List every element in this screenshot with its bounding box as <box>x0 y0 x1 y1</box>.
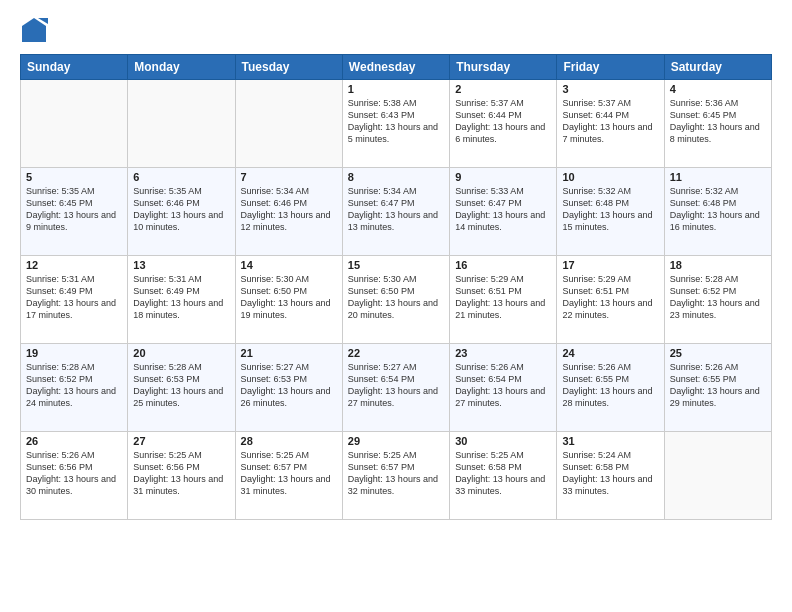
day-info: Sunrise: 5:26 AMSunset: 6:54 PMDaylight:… <box>455 361 551 410</box>
day-number: 2 <box>455 83 551 95</box>
day-number: 18 <box>670 259 766 271</box>
day-number: 6 <box>133 171 229 183</box>
day-number: 7 <box>241 171 337 183</box>
day-info: Sunrise: 5:33 AMSunset: 6:47 PMDaylight:… <box>455 185 551 234</box>
header <box>0 0 792 54</box>
day-number: 13 <box>133 259 229 271</box>
day-number: 25 <box>670 347 766 359</box>
day-info: Sunrise: 5:34 AMSunset: 6:46 PMDaylight:… <box>241 185 337 234</box>
header-tuesday: Tuesday <box>235 55 342 80</box>
calendar-day-cell <box>128 80 235 168</box>
day-info: Sunrise: 5:35 AMSunset: 6:46 PMDaylight:… <box>133 185 229 234</box>
day-number: 29 <box>348 435 444 447</box>
day-number: 15 <box>348 259 444 271</box>
calendar-day-cell: 23 Sunrise: 5:26 AMSunset: 6:54 PMDaylig… <box>450 344 557 432</box>
calendar-day-cell: 30 Sunrise: 5:25 AMSunset: 6:58 PMDaylig… <box>450 432 557 520</box>
day-info: Sunrise: 5:37 AMSunset: 6:44 PMDaylight:… <box>562 97 658 146</box>
day-number: 9 <box>455 171 551 183</box>
day-info: Sunrise: 5:25 AMSunset: 6:57 PMDaylight:… <box>348 449 444 498</box>
header-friday: Friday <box>557 55 664 80</box>
calendar-day-cell: 12 Sunrise: 5:31 AMSunset: 6:49 PMDaylig… <box>21 256 128 344</box>
calendar-table: Sunday Monday Tuesday Wednesday Thursday… <box>20 54 772 520</box>
calendar-day-cell: 1 Sunrise: 5:38 AMSunset: 6:43 PMDayligh… <box>342 80 449 168</box>
calendar-week-row: 19 Sunrise: 5:28 AMSunset: 6:52 PMDaylig… <box>21 344 772 432</box>
day-number: 3 <box>562 83 658 95</box>
calendar-day-cell <box>664 432 771 520</box>
calendar-day-cell <box>21 80 128 168</box>
day-number: 8 <box>348 171 444 183</box>
day-info: Sunrise: 5:28 AMSunset: 6:52 PMDaylight:… <box>26 361 122 410</box>
day-info: Sunrise: 5:37 AMSunset: 6:44 PMDaylight:… <box>455 97 551 146</box>
calendar-day-cell: 28 Sunrise: 5:25 AMSunset: 6:57 PMDaylig… <box>235 432 342 520</box>
day-info: Sunrise: 5:25 AMSunset: 6:56 PMDaylight:… <box>133 449 229 498</box>
day-info: Sunrise: 5:28 AMSunset: 6:53 PMDaylight:… <box>133 361 229 410</box>
day-info: Sunrise: 5:29 AMSunset: 6:51 PMDaylight:… <box>455 273 551 322</box>
day-number: 27 <box>133 435 229 447</box>
calendar-week-row: 5 Sunrise: 5:35 AMSunset: 6:45 PMDayligh… <box>21 168 772 256</box>
calendar-day-cell: 18 Sunrise: 5:28 AMSunset: 6:52 PMDaylig… <box>664 256 771 344</box>
calendar-day-cell: 4 Sunrise: 5:36 AMSunset: 6:45 PMDayligh… <box>664 80 771 168</box>
svg-marker-0 <box>22 18 46 42</box>
calendar-day-cell: 17 Sunrise: 5:29 AMSunset: 6:51 PMDaylig… <box>557 256 664 344</box>
day-info: Sunrise: 5:30 AMSunset: 6:50 PMDaylight:… <box>241 273 337 322</box>
calendar-day-cell <box>235 80 342 168</box>
day-info: Sunrise: 5:28 AMSunset: 6:52 PMDaylight:… <box>670 273 766 322</box>
day-info: Sunrise: 5:27 AMSunset: 6:53 PMDaylight:… <box>241 361 337 410</box>
day-info: Sunrise: 5:24 AMSunset: 6:58 PMDaylight:… <box>562 449 658 498</box>
calendar-day-cell: 21 Sunrise: 5:27 AMSunset: 6:53 PMDaylig… <box>235 344 342 432</box>
calendar-day-cell: 7 Sunrise: 5:34 AMSunset: 6:46 PMDayligh… <box>235 168 342 256</box>
day-number: 20 <box>133 347 229 359</box>
day-number: 12 <box>26 259 122 271</box>
day-number: 28 <box>241 435 337 447</box>
calendar-day-cell: 25 Sunrise: 5:26 AMSunset: 6:55 PMDaylig… <box>664 344 771 432</box>
calendar-day-cell: 16 Sunrise: 5:29 AMSunset: 6:51 PMDaylig… <box>450 256 557 344</box>
day-number: 21 <box>241 347 337 359</box>
day-number: 10 <box>562 171 658 183</box>
day-number: 5 <box>26 171 122 183</box>
calendar-day-cell: 31 Sunrise: 5:24 AMSunset: 6:58 PMDaylig… <box>557 432 664 520</box>
calendar-day-cell: 13 Sunrise: 5:31 AMSunset: 6:49 PMDaylig… <box>128 256 235 344</box>
day-info: Sunrise: 5:29 AMSunset: 6:51 PMDaylight:… <box>562 273 658 322</box>
day-info: Sunrise: 5:25 AMSunset: 6:58 PMDaylight:… <box>455 449 551 498</box>
day-info: Sunrise: 5:26 AMSunset: 6:55 PMDaylight:… <box>670 361 766 410</box>
calendar-day-cell: 14 Sunrise: 5:30 AMSunset: 6:50 PMDaylig… <box>235 256 342 344</box>
day-number: 11 <box>670 171 766 183</box>
day-number: 14 <box>241 259 337 271</box>
day-number: 31 <box>562 435 658 447</box>
calendar-day-cell: 19 Sunrise: 5:28 AMSunset: 6:52 PMDaylig… <box>21 344 128 432</box>
calendar-day-cell: 24 Sunrise: 5:26 AMSunset: 6:55 PMDaylig… <box>557 344 664 432</box>
header-monday: Monday <box>128 55 235 80</box>
calendar-day-cell: 26 Sunrise: 5:26 AMSunset: 6:56 PMDaylig… <box>21 432 128 520</box>
calendar-day-cell: 6 Sunrise: 5:35 AMSunset: 6:46 PMDayligh… <box>128 168 235 256</box>
logo <box>18 14 54 46</box>
calendar-day-cell: 27 Sunrise: 5:25 AMSunset: 6:56 PMDaylig… <box>128 432 235 520</box>
header-thursday: Thursday <box>450 55 557 80</box>
day-number: 30 <box>455 435 551 447</box>
calendar-day-cell: 15 Sunrise: 5:30 AMSunset: 6:50 PMDaylig… <box>342 256 449 344</box>
calendar-day-cell: 22 Sunrise: 5:27 AMSunset: 6:54 PMDaylig… <box>342 344 449 432</box>
day-number: 26 <box>26 435 122 447</box>
day-number: 17 <box>562 259 658 271</box>
day-number: 16 <box>455 259 551 271</box>
weekday-header-row: Sunday Monday Tuesday Wednesday Thursday… <box>21 55 772 80</box>
header-sunday: Sunday <box>21 55 128 80</box>
calendar-day-cell: 11 Sunrise: 5:32 AMSunset: 6:48 PMDaylig… <box>664 168 771 256</box>
day-number: 22 <box>348 347 444 359</box>
calendar-week-row: 1 Sunrise: 5:38 AMSunset: 6:43 PMDayligh… <box>21 80 772 168</box>
day-info: Sunrise: 5:31 AMSunset: 6:49 PMDaylight:… <box>26 273 122 322</box>
day-number: 19 <box>26 347 122 359</box>
day-info: Sunrise: 5:32 AMSunset: 6:48 PMDaylight:… <box>670 185 766 234</box>
day-info: Sunrise: 5:26 AMSunset: 6:55 PMDaylight:… <box>562 361 658 410</box>
day-info: Sunrise: 5:36 AMSunset: 6:45 PMDaylight:… <box>670 97 766 146</box>
calendar-day-cell: 3 Sunrise: 5:37 AMSunset: 6:44 PMDayligh… <box>557 80 664 168</box>
calendar-wrapper: Sunday Monday Tuesday Wednesday Thursday… <box>0 54 792 520</box>
day-info: Sunrise: 5:26 AMSunset: 6:56 PMDaylight:… <box>26 449 122 498</box>
day-number: 4 <box>670 83 766 95</box>
day-info: Sunrise: 5:32 AMSunset: 6:48 PMDaylight:… <box>562 185 658 234</box>
day-number: 24 <box>562 347 658 359</box>
day-number: 1 <box>348 83 444 95</box>
day-info: Sunrise: 5:25 AMSunset: 6:57 PMDaylight:… <box>241 449 337 498</box>
day-info: Sunrise: 5:38 AMSunset: 6:43 PMDaylight:… <box>348 97 444 146</box>
calendar-day-cell: 5 Sunrise: 5:35 AMSunset: 6:45 PMDayligh… <box>21 168 128 256</box>
calendar-day-cell: 9 Sunrise: 5:33 AMSunset: 6:47 PMDayligh… <box>450 168 557 256</box>
